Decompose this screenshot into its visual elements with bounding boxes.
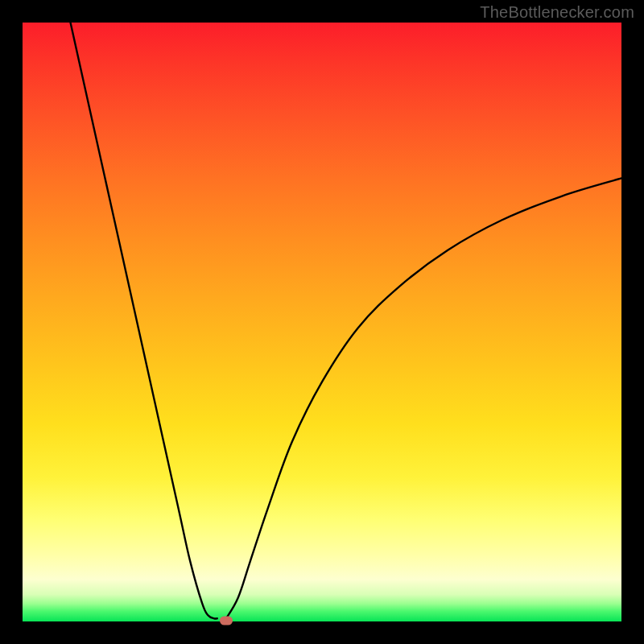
- chart-frame: TheBottlenecker.com: [0, 0, 644, 644]
- plot-area: [23, 23, 621, 621]
- attribution-label: TheBottlenecker.com: [480, 3, 634, 22]
- bottleneck-curve: [23, 23, 621, 621]
- optimal-point-marker: [220, 616, 233, 625]
- curve-left-branch: [71, 23, 217, 619]
- curve-right-branch: [226, 178, 621, 618]
